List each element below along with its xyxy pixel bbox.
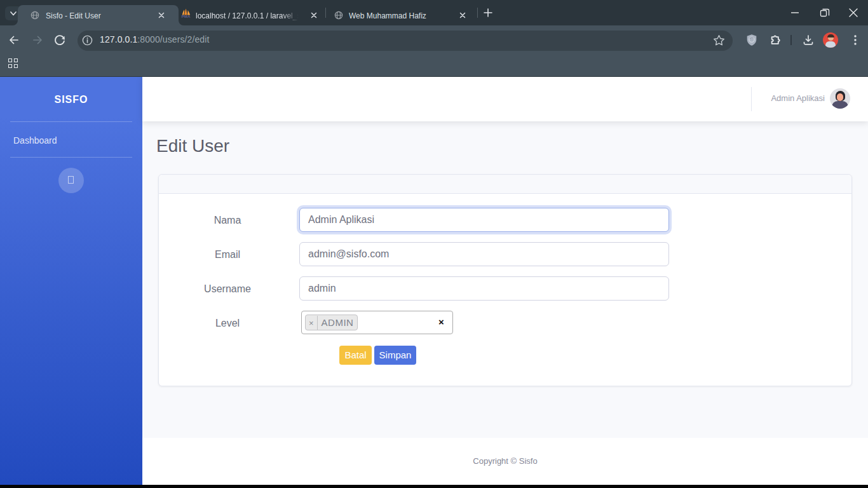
svg-text:PMA: PMA [182, 14, 191, 18]
